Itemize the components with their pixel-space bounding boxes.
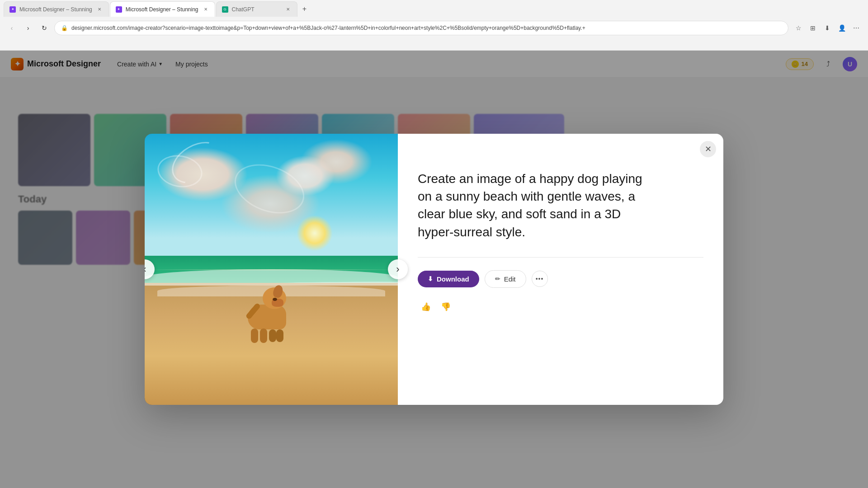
next-image-button[interactable]: › [388, 259, 408, 279]
tab2-close[interactable]: ✕ [202, 6, 209, 13]
edit-icon: ✏ [495, 275, 500, 282]
refresh-button[interactable]: ↻ [38, 22, 51, 34]
new-tab-button[interactable]: + [298, 3, 311, 15]
tab2-favicon: ✦ [116, 6, 122, 13]
modal-content-section: Create an image of a happy dog playing o… [398, 134, 723, 405]
modal-close-button[interactable]: ✕ [700, 141, 716, 157]
address-bar[interactable]: 🔒 designer.microsoft.com/image-creator?s… [54, 21, 788, 35]
download-nav-button[interactable]: ⬇ [821, 22, 834, 34]
more-icon: ••• [536, 275, 544, 282]
download-icon: ⬇ [428, 275, 433, 282]
browser-tab-2[interactable]: ✦ Microsoft Designer – Stunning ✕ [110, 1, 215, 17]
foam [145, 269, 398, 286]
thumbs-down-button[interactable]: 👎 [438, 299, 454, 315]
download-label: Download [437, 275, 469, 283]
download-button[interactable]: ⬇ Download [418, 271, 479, 287]
url-text: designer.microsoft.com/image-creator?sce… [71, 25, 782, 31]
browser-tab-3[interactable]: G ChatGPT ✕ [216, 1, 297, 17]
feedback-actions: 👍 👎 [418, 299, 703, 315]
close-icon: ✕ [705, 144, 712, 154]
star-button[interactable]: ☆ [792, 22, 805, 34]
tab3-close[interactable]: ✕ [284, 6, 292, 13]
profile-nav-button[interactable]: 👤 [835, 22, 848, 34]
modal-dialog: ✕ ‹ [145, 134, 723, 405]
more-options-button[interactable]: ••• [532, 271, 548, 287]
collections-button[interactable]: ⊞ [807, 22, 819, 34]
chevron-right-icon: › [396, 263, 399, 275]
tab1-label: Microsoft Designer – Stunning [19, 6, 92, 13]
generated-image [145, 134, 398, 405]
back-button[interactable]: ‹ [5, 22, 18, 34]
divider [418, 257, 703, 258]
modal-actions: ⬇ Download ✏ Edit ••• [418, 270, 703, 288]
modal-image-section: ‹ [145, 134, 398, 405]
tab1-close[interactable]: ✕ [96, 6, 103, 13]
edit-button[interactable]: ✏ Edit [485, 270, 526, 288]
tab1-favicon: ✦ [9, 6, 16, 13]
tab3-favicon: G [222, 6, 228, 13]
settings-button[interactable]: ⋯ [850, 22, 863, 34]
chevron-left-icon: ‹ [145, 263, 146, 275]
tab3-label: ChatGPT [232, 6, 281, 13]
nav-icons: ☆ ⊞ ⬇ 👤 ⋯ [792, 22, 863, 34]
forward-button[interactable]: › [22, 22, 34, 34]
thumbs-down-icon: 👎 [441, 302, 451, 312]
horizon [145, 269, 398, 270]
tab2-label: Microsoft Designer – Stunning [126, 6, 198, 13]
modal-overlay[interactable]: ✕ ‹ [0, 51, 868, 488]
browser-chrome: ✦ Microsoft Designer – Stunning ✕ ✦ Micr… [0, 0, 868, 51]
sun [297, 215, 333, 251]
nav-bar: ‹ › ↻ 🔒 designer.microsoft.com/image-cre… [0, 18, 868, 38]
thumbs-up-icon: 👍 [421, 302, 431, 312]
edit-label: Edit [504, 275, 516, 283]
tab-bar: ✦ Microsoft Designer – Stunning ✕ ✦ Micr… [0, 0, 868, 18]
browser-tab-1[interactable]: ✦ Microsoft Designer – Stunning ✕ [4, 1, 109, 17]
thumbs-up-button[interactable]: 👍 [418, 299, 434, 315]
prompt-text: Create an image of a happy dog playing o… [418, 170, 653, 241]
